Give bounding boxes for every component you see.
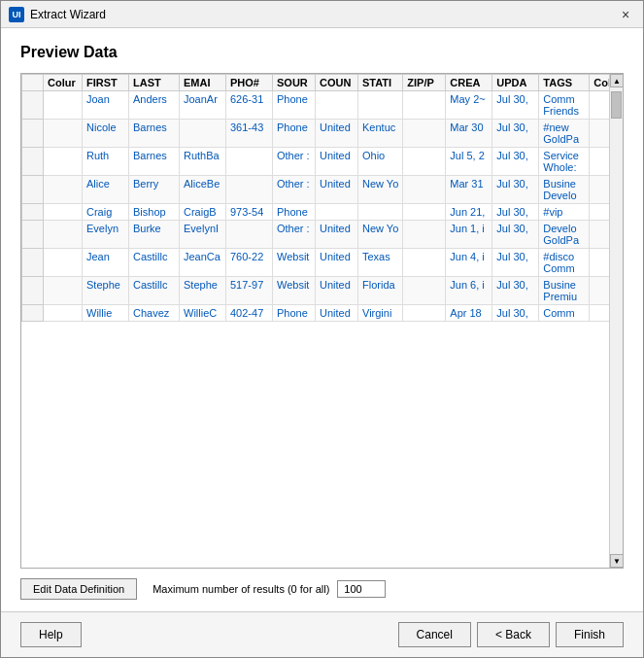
table-cell: Mar 30	[446, 120, 492, 148]
table-row: JeanCastillcJeanCa760-22WebsitUnitedTexa…	[22, 249, 610, 277]
table-cell: Barnes	[129, 120, 180, 148]
table-cell: United	[316, 305, 358, 322]
table-cell: United	[316, 176, 358, 204]
max-results-label: Maximum number of results (0 for all)	[153, 583, 329, 595]
table-scroll-area[interactable]: Colur FIRST LAST EMAI PHO# SOUR COUN STA…	[21, 74, 609, 568]
table-cell	[590, 221, 609, 249]
table-cell: Websit	[273, 249, 316, 277]
table-cell	[590, 91, 609, 120]
footer-controls: Edit Data Definition Maximum number of r…	[20, 578, 624, 600]
table-cell	[403, 221, 446, 249]
extract-wizard-window: UI Extract Wizard × Preview Data Colur F…	[0, 0, 644, 658]
table-row: StepheCastillcStephe517-97WebsitUnitedFl…	[22, 277, 610, 305]
table-cell	[316, 91, 358, 120]
table-cell: Jul 30,	[492, 120, 539, 148]
table-cell	[44, 148, 83, 176]
edit-data-definition-button[interactable]: Edit Data Definition	[20, 578, 137, 600]
table-cell: Phone	[273, 91, 316, 120]
table-cell: Jul 30,	[492, 277, 539, 305]
data-table-container: Colur FIRST LAST EMAI PHO# SOUR COUN STA…	[20, 73, 624, 569]
table-cell	[316, 204, 358, 221]
table-cell: Kentuc	[358, 120, 403, 148]
table-cell	[590, 204, 609, 221]
col-header-colur2: Colur	[590, 75, 609, 91]
col-header-email: EMAI	[180, 75, 226, 91]
table-cell: Jul 30,	[492, 148, 539, 176]
table-cell: Apr 18	[446, 305, 492, 322]
table-cell: ServiceWhole:	[539, 148, 590, 176]
col-header-created: CREA	[446, 75, 492, 91]
finish-button[interactable]: Finish	[556, 622, 624, 647]
table-cell: Phone	[273, 120, 316, 148]
table-cell: #vip	[539, 204, 590, 221]
row-number	[22, 91, 44, 120]
table-cell: United	[316, 277, 358, 305]
table-cell: Evelyn	[83, 221, 129, 249]
table-cell: Jul 5, 2	[446, 148, 492, 176]
table-cell: Castillc	[129, 277, 180, 305]
page-title: Preview Data	[20, 44, 624, 61]
max-results-input[interactable]	[337, 580, 386, 598]
row-number	[22, 221, 44, 249]
scroll-down-button[interactable]: ▼	[610, 554, 623, 568]
table-cell: Jean	[83, 249, 129, 277]
table-cell	[44, 305, 83, 322]
table-cell	[44, 204, 83, 221]
table-cell: #newGoldPa	[539, 120, 590, 148]
table-cell: 973-54	[226, 204, 273, 221]
table-cell: Anders	[129, 91, 180, 120]
table-cell: Alice	[83, 176, 129, 204]
table-cell	[44, 249, 83, 277]
table-cell: Phone	[273, 204, 316, 221]
table-cell	[403, 305, 446, 322]
table-cell	[403, 249, 446, 277]
col-header-colur1: Colur	[44, 75, 83, 91]
table-cell	[403, 176, 446, 204]
table-cell: United	[316, 221, 358, 249]
table-cell: May 2~	[446, 91, 492, 120]
table-cell: EvelynI	[180, 221, 226, 249]
table-cell: CommFriends	[539, 91, 590, 120]
table-cell: DeveloGoldPa	[539, 221, 590, 249]
table-cell: Jul 30,	[492, 221, 539, 249]
table-cell: Jun 1, i	[446, 221, 492, 249]
scroll-up-button[interactable]: ▲	[610, 74, 623, 87]
table-row: WillieChavezWillieC402-47PhoneUnitedVirg…	[22, 305, 610, 322]
table-cell: Other :	[273, 221, 316, 249]
cancel-button[interactable]: Cancel	[398, 622, 471, 647]
table-cell	[590, 148, 609, 176]
table-cell: Jun 6, i	[446, 277, 492, 305]
col-header-country: COUN	[316, 75, 358, 91]
table-cell: Stephe	[83, 277, 129, 305]
table-cell: Websit	[273, 277, 316, 305]
table-cell: CraigB	[180, 204, 226, 221]
scrollbar-vertical[interactable]: ▲ ▼	[609, 74, 623, 568]
help-button[interactable]: Help	[20, 622, 82, 647]
table-cell: New Yo	[358, 221, 403, 249]
table-cell: 760-22	[226, 249, 273, 277]
table-cell: Chavez	[129, 305, 180, 322]
table-cell	[226, 176, 273, 204]
table-cell: Jun 4, i	[446, 249, 492, 277]
scroll-thumb[interactable]	[611, 91, 622, 119]
table-cell: #discoComm	[539, 249, 590, 277]
row-number	[22, 249, 44, 277]
table-cell	[226, 148, 273, 176]
table-cell: Jul 30,	[492, 176, 539, 204]
table-cell	[44, 277, 83, 305]
table-cell	[180, 120, 226, 148]
table-cell: 626-31	[226, 91, 273, 120]
back-button[interactable]: < Back	[477, 622, 550, 647]
table-cell: Other :	[273, 176, 316, 204]
table-cell: 402-47	[226, 305, 273, 322]
preview-table: Colur FIRST LAST EMAI PHO# SOUR COUN STA…	[21, 74, 609, 322]
table-cell: Ruth	[83, 148, 129, 176]
table-cell: Ohio	[358, 148, 403, 176]
table-cell: Castillc	[129, 249, 180, 277]
row-number	[22, 305, 44, 322]
col-header-zip: ZIP/P	[403, 75, 446, 91]
table-cell: United	[316, 120, 358, 148]
table-cell: Virgini	[358, 305, 403, 322]
close-button[interactable]: ×	[616, 5, 635, 24]
table-cell: Comm	[539, 305, 590, 322]
